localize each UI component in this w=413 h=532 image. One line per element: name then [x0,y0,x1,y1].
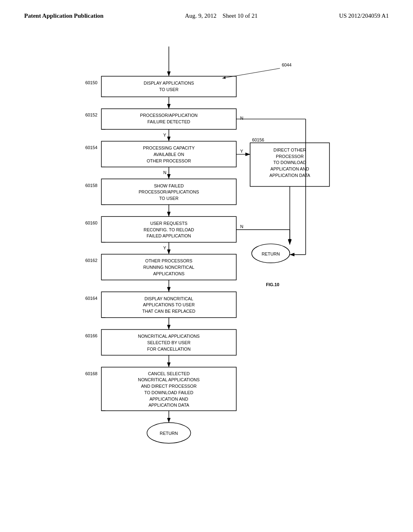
ref-6044: 6044 [282,62,292,67]
ref-arrow [222,68,280,78]
text-60158-2: PROCESSOR/APPLICATIONS [139,189,199,194]
publication-date: Aug. 9, 2012 [185,12,216,19]
text-60168-5: APPLICATION AND [150,396,188,401]
n-label-154: N [163,170,167,175]
text-60150-1: DISPLAY APPLICATIONS [144,80,194,85]
label-60154: 60154 [86,145,98,150]
text-60158-1: SHOW FAILED [154,183,184,188]
text-60156-3: TO DOWNLOAD [273,160,307,165]
y-label-154: Y [240,148,243,153]
text-60164-3: THAT CAN BE REPLACED [142,309,196,314]
text-60166-3: FOR CANCELLATION [147,346,191,351]
label-ref-60156: 60156 [252,137,264,142]
text-60160-2: RECONFIG. TO RELOAD [144,227,194,232]
text-60156-2: PROCESSOR [276,154,304,158]
text-60156-1: DIRECT OTHER [273,148,306,152]
text-60166-1: NONCRITICAL APPLICATIONS [138,334,200,339]
sheet-info: Sheet 10 of 21 [223,12,258,19]
text-60160-3: FAILED APPLICATION [146,233,191,238]
label-60150: 60150 [86,80,98,85]
text-60152-2: FAILURE DETECTED [147,119,190,124]
header-center-info: Aug. 9, 2012 Sheet 10 of 21 [185,11,257,21]
text-60168-4: TO DOWNLOAD FAILED [144,390,194,395]
patent-number: US 2012/204059 A1 [339,11,389,21]
text-60154-1: PROCESSING CAPACITY [143,145,194,150]
y-label-152: Y [163,132,166,137]
label-60158: 60158 [86,183,98,187]
text-60168-3: AND DIRECT PROCESSOR [141,384,197,389]
text-60162-1: OTHER PROCESSORS [145,258,192,263]
text-60162-3: APPLICATIONS [153,271,185,276]
text-60162-2: RUNNING NONCRITICAL [143,265,194,270]
label-60168: 60168 [86,371,98,376]
label-60162: 60162 [86,258,98,263]
return-text-top: RETURN [262,251,280,256]
text-60156-4: APPLICATION AND [271,166,309,171]
label-60160: 60160 [86,220,98,225]
figure-label: FIG.10 [266,282,280,287]
text-60168-1: CANCEL SELECTED [148,371,190,376]
text-60168-2: NONCRITICAL APPLICATIONS [138,377,200,382]
page-header: Patent Application Publication Aug. 9, 2… [0,0,413,25]
flowchart-area: 6044 60150 DISPLAY APPLICATIONS TO USER … [0,25,413,516]
text-60160-1: USER REQUESTS [150,220,187,225]
text-60156-5: APPLICATION DATA [269,172,311,177]
text-60164-2: APPLICATIONS TO USER [143,302,195,307]
label-60152: 60152 [86,112,98,117]
n-label-152: N [240,116,244,121]
text-60158-3: TO USER [159,195,179,200]
text-60154-2: AVAILABLE ON [154,152,184,156]
return-text-bottom: RETURN [160,431,178,436]
n-label-160: N [240,224,244,229]
text-60150-2: TO USER [159,87,179,91]
text-60154-3: OTHER PROCESSOR [147,158,191,163]
label-60164: 60164 [86,295,98,300]
publication-title: Patent Application Publication [24,11,104,21]
text-60166-2: SELECTED BY USER [147,340,190,345]
label-60166: 60166 [86,333,98,338]
y-label-160: Y [163,245,166,250]
flowchart-svg: 6044 60150 DISPLAY APPLICATIONS TO USER … [24,33,389,508]
text-60168-6: APPLICATION DATA [148,403,190,407]
text-60152-1: PROCESSOR/APPLICATION [140,113,198,118]
text-60164-1: DISPLAY NONCRITICAL [144,296,193,301]
